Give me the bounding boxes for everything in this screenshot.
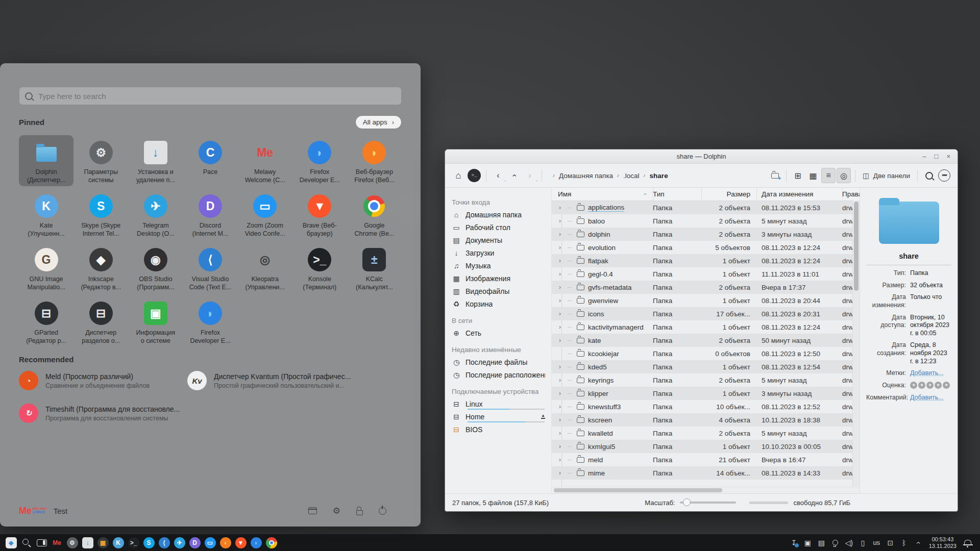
file-row[interactable]: › baloo Папка 2 объекта 5 минут назад dr… (552, 214, 860, 228)
file-row[interactable]: › knewstuff3 Папка 10 объек... 08.11.202… (552, 400, 860, 413)
place-item[interactable]: ⊟ Linux ▲ (452, 397, 551, 410)
app-chrome[interactable]: Google Chrome (Be... (347, 189, 402, 240)
minimize-button[interactable]: – (922, 153, 926, 160)
clock[interactable]: 00:53:43 13.11.2023 (929, 536, 957, 549)
place-item[interactable]: Точки входа ▲ (452, 196, 551, 208)
rec-kvantum[interactable]: Kv Диспетчер Kvantum (Простой графичес..… (187, 371, 402, 390)
scrollbar-thumb[interactable] (854, 202, 859, 291)
place-item[interactable]: ▭ Рабочий стол ▲ (452, 221, 551, 234)
screen-layout-icon[interactable]: ▣ (801, 536, 814, 549)
vertical-scrollbar[interactable] (852, 201, 860, 487)
eject-icon[interactable]: ▲ (541, 414, 545, 419)
brave-icon[interactable]: ▼ (233, 535, 248, 550)
file-row[interactable]: › kwalletd Папка 2 объекта 5 минут назад… (552, 427, 860, 440)
app-system-settings[interactable]: ⚙ Параметры системы (74, 135, 128, 186)
slider-knob[interactable] (683, 498, 691, 506)
vscode-icon[interactable]: ⟨ (157, 535, 172, 550)
expand-chevron-icon[interactable]: › (559, 217, 564, 224)
file-row[interactable]: › kxmlgui5 Папка 1 объект 10.10.2023 в 0… (552, 440, 860, 453)
titlebar[interactable]: share — Dolphin – □ × (445, 149, 958, 164)
expand-chevron-icon[interactable]: › (559, 337, 564, 344)
display-lock-icon[interactable]: ⊡ (884, 536, 897, 549)
file-row[interactable]: › mime Папка 14 объек... 08.11.2023 в 14… (552, 466, 860, 480)
clipboard-icon[interactable]: ▤ (815, 536, 828, 549)
expand-chevron-icon[interactable]: › (559, 204, 564, 211)
settings-icon[interactable]: ⚙ (65, 535, 80, 550)
place-item[interactable]: ↓ Загрузки ▲ (452, 246, 551, 259)
rating-star[interactable]: ★ (926, 382, 934, 389)
rating-star[interactable]: ★ (918, 382, 925, 389)
expand-chevron-icon[interactable]: › (559, 430, 564, 437)
expand-chevron-icon[interactable]: › (559, 443, 564, 450)
app-system-info[interactable]: ▣ Информация о системе (128, 296, 183, 347)
expand-chevron-icon[interactable]: › (559, 416, 564, 423)
maximize-button[interactable]: □ (935, 153, 939, 160)
file-row[interactable]: › icons Папка 17 объек... 08.11.2023 в 2… (552, 307, 860, 320)
place-item[interactable]: Недавно изменённые ▲ (452, 344, 551, 356)
discord-icon[interactable]: D (187, 535, 202, 550)
file-row[interactable]: › kcookiejar Папка 0 объектов 08.11.2023… (552, 347, 860, 360)
app-kcalc[interactable]: ± KCalc (Калькулят... (347, 242, 402, 293)
split-view-button[interactable]: ◫ Две панели (860, 171, 913, 180)
app-gparted[interactable]: ⊟ GParted (Редактор р... (19, 296, 74, 347)
file-row[interactable]: › kate Папка 2 объекта 50 минут назад dr… (552, 334, 860, 347)
app-pace[interactable]: C Pace (183, 135, 237, 186)
place-item[interactable]: ▥ Видеофайлы ▲ (452, 285, 551, 297)
firefox-developer-icon[interactable]: ◗ (249, 535, 263, 550)
app-firefox[interactable]: ◗ Веб-браузер Firefox (Веб... (347, 135, 402, 186)
breadcrumb-item[interactable]: › share (644, 172, 668, 180)
melawy-welcome-icon[interactable]: Me (50, 535, 64, 550)
forward-button[interactable]: ›› (523, 168, 537, 183)
rating-star[interactable]: ★ (935, 382, 942, 389)
expand-chevron-icon[interactable]: › (559, 231, 564, 238)
place-item[interactable]: В сети ▲ (452, 315, 551, 327)
file-row[interactable]: › klipper Папка 1 объект 3 минуты назад … (552, 387, 860, 400)
launcher-search[interactable] (19, 87, 402, 105)
night-color-icon[interactable]: ● (829, 536, 842, 549)
app-vscode[interactable]: ⟨ Visual Studio Code (Text E... (183, 242, 237, 293)
konsole-icon[interactable]: >_ (126, 535, 141, 550)
software-install-icon[interactable]: ↓ (80, 535, 95, 550)
add-tags-link[interactable]: Добавить... (910, 369, 951, 378)
place-item[interactable]: ♫ Музыка ▲ (452, 259, 551, 272)
breadcrumb-item[interactable]: › Домашняя папка (553, 172, 613, 180)
app-brave[interactable]: ▼ Brave (Веб- браузер) (292, 189, 347, 240)
rec-meld[interactable]: ◔ Meld (Просмотр различий) Сравнение и о… (19, 371, 187, 390)
details-view-button[interactable]: ≡ (821, 168, 836, 183)
app-discord[interactable]: D Discord (Internet M... (183, 189, 237, 240)
kate-icon[interactable]: K (111, 535, 126, 550)
back-button[interactable]: ‹› (491, 168, 505, 183)
close-button[interactable]: × (946, 153, 950, 160)
app-kleopatra[interactable]: ◎ Kleopatra (Управлени... (238, 242, 292, 293)
breadcrumb-item[interactable]: › .local (617, 172, 640, 180)
app-zoom[interactable]: ▭ Zoom (Zoom Video Confe... (238, 189, 292, 240)
expand-chevron-icon[interactable]: › (559, 310, 564, 317)
app-firefox-developer-2[interactable]: ◗ Firefox Developer E... (183, 296, 237, 347)
expand-chevron-icon[interactable]: › (559, 284, 564, 291)
app-kate[interactable]: K Kate (Улучшенн... (19, 189, 74, 240)
icons-view-button[interactable]: ⊞ (791, 168, 805, 183)
app-partition-manager[interactable]: ⊟ Диспетчер разделов о... (74, 296, 128, 347)
rating-star[interactable]: ★ (943, 382, 950, 389)
expand-tray-icon[interactable]: › (912, 536, 924, 549)
power-icon[interactable] (379, 507, 386, 515)
expand-chevron-icon[interactable]: › (559, 257, 564, 264)
new-folder-button[interactable]: + (768, 168, 782, 183)
expand-chevron-icon[interactable]: › (559, 377, 564, 384)
menu-button[interactable]: ••• (937, 168, 951, 183)
expand-chevron-icon[interactable]: › (559, 363, 564, 370)
file-row[interactable]: › keyrings Папка 2 объекта 5 минут назад… (552, 373, 860, 387)
firefox-icon[interactable]: ◗ (218, 535, 233, 550)
app-dolphin[interactable]: Dolphin (Диспетчер... (19, 135, 74, 186)
rating-star[interactable]: ★ (910, 382, 917, 389)
file-row[interactable]: › kscreen Папка 4 объекта 10.11.2023 в 1… (552, 413, 860, 427)
all-apps-button[interactable]: All apps › (355, 115, 402, 129)
app-software-install[interactable]: ↓ Установка и удаление п... (128, 135, 183, 186)
expand-chevron-icon[interactable]: › (559, 297, 564, 304)
up-button[interactable]: › (507, 168, 521, 183)
place-item[interactable]: ◷ Последние расположения ▲ (452, 368, 551, 381)
expand-chevron-icon[interactable]: › (559, 244, 564, 251)
expand-chevron-icon[interactable]: › (559, 270, 564, 278)
search-input[interactable] (37, 91, 396, 101)
file-row[interactable]: › dolphin Папка 2 объекта 3 минуты назад… (552, 228, 860, 241)
